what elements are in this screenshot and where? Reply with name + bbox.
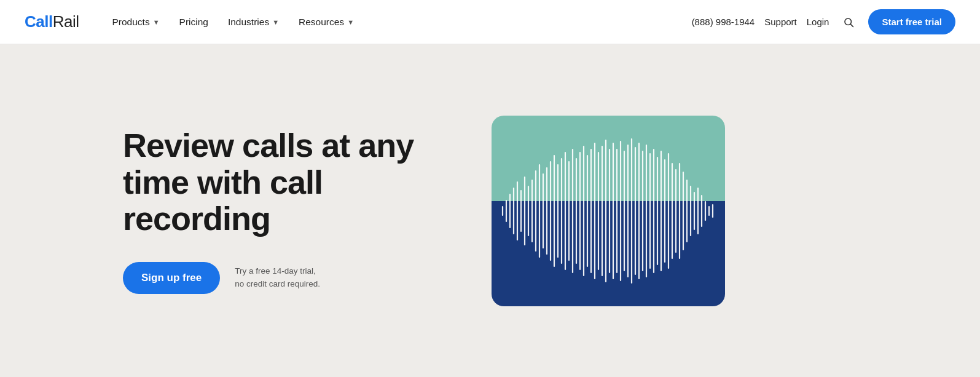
nav-label-industries: Industries [228,17,269,28]
nav-links: Products ▼ Pricing Industries ▼ Resource… [103,12,691,33]
nav-item-resources[interactable]: Resources ▼ [290,12,363,33]
waveform-visualization [492,116,725,306]
logo-rail: Rail [53,12,79,31]
nav-label-products: Products [112,17,149,28]
navbar: CallRail Products ▼ Pricing Industries ▼… [0,0,980,44]
trial-note-line1: Try a free 14-day trial, [235,266,316,276]
chevron-down-icon: ▼ [272,18,279,26]
nav-item-industries[interactable]: Industries ▼ [219,12,288,33]
chevron-down-icon: ▼ [347,18,354,26]
support-link[interactable]: Support [764,17,797,27]
login-link[interactable]: Login [807,17,829,27]
logo-call: Call [25,12,53,31]
nav-label-pricing: Pricing [179,17,208,28]
hero-content: Review calls at any time with call recor… [123,127,442,293]
trial-note-line2: no credit card required. [235,279,320,288]
chevron-down-icon: ▼ [153,18,160,26]
signup-button[interactable]: Sign up free [123,262,220,294]
nav-item-products[interactable]: Products ▼ [103,12,168,33]
nav-item-pricing[interactable]: Pricing [171,12,217,33]
logo[interactable]: CallRail [25,12,79,31]
hero-heading: Review calls at any time with call recor… [123,127,442,237]
nav-right: (888) 998-1944 Support Login Start free … [692,9,955,34]
hero-visual [492,116,725,306]
hero-actions: Sign up free Try a free 14-day trial, no… [123,262,442,294]
hero-section: Review calls at any time with call recor… [0,44,980,377]
nav-label-resources: Resources [299,17,344,28]
waveform-card [492,116,725,306]
search-icon[interactable] [839,12,858,32]
trial-note: Try a free 14-day trial, no credit card … [235,265,320,290]
svg-line-1 [851,24,853,26]
start-trial-button[interactable]: Start free trial [868,9,955,34]
phone-number: (888) 998-1944 [692,17,755,27]
